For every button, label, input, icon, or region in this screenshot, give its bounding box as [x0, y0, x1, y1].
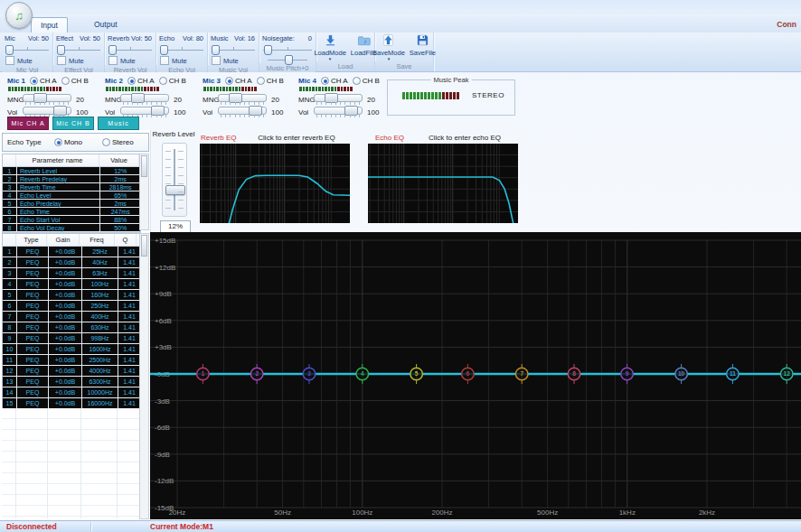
peq-table-scrollbar[interactable] [139, 233, 149, 519]
music-pitch-slider[interactable] [268, 54, 307, 63]
mic-vol-row: Vol100 [203, 106, 297, 118]
eq-band-handle-9[interactable]: 9 [621, 364, 634, 384]
table-row[interactable]: 7PEQ+0.0dB400Hz1.41 [3, 312, 140, 322]
slider-groove[interactable] [314, 94, 363, 102]
eq-band-handle-12[interactable]: 12 [780, 364, 793, 384]
table-row[interactable]: 5PEQ+0.0dB160Hz1.41 [3, 290, 140, 301]
mic2-chb-radio[interactable]: CH B [159, 77, 186, 85]
table-row[interactable]: 11PEQ+0.0dB2500Hz1.41 [3, 355, 140, 366]
mic-vol-mute-checkbox[interactable]: Mute [5, 56, 52, 65]
table-row[interactable]: 6Echo Time247ms [3, 208, 140, 216]
table-row[interactable]: 3Reverb Time2818ms [3, 183, 140, 191]
eq-band-handle-6[interactable]: 6 [462, 364, 475, 384]
table-row[interactable]: 12PEQ+0.0dB4000Hz1.41 [3, 366, 140, 377]
tick [156, 102, 157, 105]
led-segment [406, 92, 409, 99]
table-row[interactable]: 4PEQ+0.0dB100Hz1.41 [3, 279, 140, 290]
mic3-mng-slider[interactable] [218, 94, 269, 106]
echo-type-stereo-radio[interactable]: Stereo [102, 138, 134, 146]
table-row[interactable]: 8Echo Vol Decay50% [3, 224, 140, 232]
mic-vol-slider[interactable] [5, 44, 49, 53]
reverb-vol-slider[interactable] [108, 44, 152, 53]
savefile-button[interactable]: SaveFile [409, 33, 437, 61]
table-row[interactable]: 3PEQ+0.0dB63Hz1.41 [3, 268, 140, 279]
connect-label[interactable]: Conn [777, 20, 796, 29]
slider-thumb[interactable] [57, 45, 65, 55]
mic4-mng-slider[interactable] [314, 94, 364, 106]
eq-band-handle-2[interactable]: 2 [250, 364, 263, 384]
table-row[interactable]: 9PEQ+0.0dB998Hz1.41 [3, 333, 140, 344]
effect-vol-slider[interactable] [57, 44, 100, 53]
radio-icon [353, 77, 361, 85]
slider-thumb[interactable] [285, 55, 293, 65]
table-row[interactable]: 13PEQ+0.0dB6300Hz1.41 [3, 377, 140, 387]
tick [244, 115, 245, 117]
parameter-table-scrollbar[interactable] [139, 154, 149, 230]
tab-output[interactable]: Output [85, 17, 127, 32]
table-row[interactable]: 10PEQ+0.0dB1600Hz1.41 [3, 344, 140, 355]
app-menu-button[interactable]: ♫ [5, 2, 33, 29]
table-row[interactable]: 4Echo Level65% [3, 191, 140, 200]
led-segment [424, 92, 427, 99]
echo-type-mono-radio[interactable]: Mono [54, 138, 82, 146]
echo-vol-mute-checkbox[interactable]: Mute [160, 56, 207, 65]
slider-thumb[interactable] [108, 45, 117, 55]
scrollbar-thumb[interactable] [141, 235, 147, 257]
music-vol-slider[interactable] [212, 44, 255, 53]
echo-vol-slider[interactable] [160, 44, 203, 53]
savemode-button[interactable]: SaveMode▾ [372, 33, 406, 61]
eq-band-handle-7[interactable]: 7 [515, 364, 528, 384]
mic1-chb-radio[interactable]: CH B [61, 77, 89, 85]
table-cell: +0.0dB [49, 333, 81, 343]
mic4-vol-slider[interactable] [314, 107, 364, 118]
mic3-cha-radio[interactable]: CH A [225, 77, 252, 85]
mic1-mng-slider[interactable] [23, 94, 73, 106]
mic2-mng-slider[interactable] [120, 94, 171, 106]
mic1-cha-radio[interactable]: CH A [30, 77, 57, 85]
mic-ch-a-button[interactable]: Mic CH A [7, 117, 49, 130]
reverb-level-thumb[interactable] [165, 185, 185, 195]
reverb-vol-mute-checkbox[interactable]: Mute [108, 56, 155, 65]
slider-groove[interactable] [23, 94, 71, 102]
slider-thumb[interactable] [212, 45, 220, 55]
scrollbar-thumb[interactable] [141, 155, 147, 177]
vol-group-title: Reverb [108, 34, 129, 42]
eq-band-handle-11[interactable]: 11 [727, 364, 740, 384]
mic4-cha-radio[interactable]: CH A [321, 77, 348, 85]
main-eq-graph[interactable]: +15dB+12dB+9dB+6dB+3dB-0dB-3dB-6dB-9dB-1… [150, 232, 801, 519]
eq-band-handle-3[interactable]: 3 [303, 364, 316, 384]
music-button[interactable]: Music [98, 117, 139, 130]
mic2-cha-radio[interactable]: CH A [127, 77, 155, 85]
slider-thumb[interactable] [5, 45, 14, 55]
mic3-chb-radio[interactable]: CH B [257, 77, 284, 85]
tab-input[interactable]: Input [31, 17, 68, 33]
noisegate-slider[interactable] [263, 44, 312, 53]
music-vol-mute-checkbox[interactable]: Mute [212, 56, 259, 65]
y-axis-label: +6dB [155, 317, 172, 325]
mic3-vol-slider[interactable] [218, 107, 269, 118]
echo-eq-graph[interactable] [368, 144, 518, 223]
eq-band-handle-10[interactable]: 10 [675, 364, 688, 384]
slider-thumb[interactable] [160, 45, 168, 55]
slider-groove[interactable] [120, 94, 169, 102]
eq-band-handle-1[interactable]: 1 [197, 364, 210, 384]
table-row[interactable]: 6PEQ+0.0dB250Hz1.41 [3, 301, 140, 312]
slider-groove[interactable] [218, 94, 267, 102]
reverb-level-slider[interactable] [162, 143, 187, 217]
mic-ch-b-button[interactable]: Mic CH B [52, 117, 94, 130]
table-row[interactable]: 8PEQ+0.0dB630Hz1.41 [3, 322, 140, 333]
table-row[interactable]: 2Reverb Predelay2ms [3, 175, 140, 183]
eq-band-handle-8[interactable]: 8 [568, 364, 580, 384]
mic4-chb-radio[interactable]: CH B [353, 77, 380, 85]
table-row[interactable]: 5Echo Predelay2ms [3, 200, 140, 208]
eq-band-handle-5[interactable]: 5 [410, 364, 423, 384]
table-row[interactable]: 7Echo Start Vol88% [3, 216, 140, 224]
table-row[interactable]: 1Reverb Level12% [3, 167, 140, 175]
reverb-eq-graph[interactable] [200, 144, 350, 223]
table-row[interactable]: 2PEQ+0.0dB40Hz1.41 [3, 257, 140, 268]
table-row[interactable]: 1PEQ+0.0dB25Hz1.41 [3, 247, 140, 257]
table-row[interactable]: 14PEQ+0.0dB10000Hz1.41 [3, 387, 140, 398]
effect-vol-mute-checkbox[interactable]: Mute [57, 56, 104, 65]
loadmode-button[interactable]: LoadMode▾ [313, 33, 346, 61]
eq-band-handle-4[interactable]: 4 [356, 364, 369, 384]
